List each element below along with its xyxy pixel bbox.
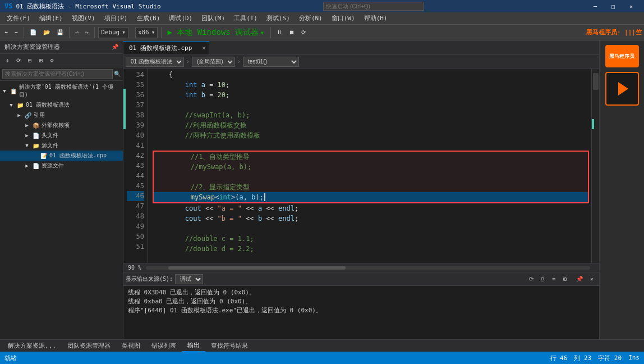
menu-test[interactable]: 测试(S) [262, 13, 295, 24]
toolbar-open[interactable]: 📂 [41, 26, 52, 39]
bottom-tab-solution[interactable]: 解决方案资源... [2, 340, 62, 352]
output-source-dropdown[interactable]: 调试 [175, 274, 203, 284]
toolbar-sep-2 [69, 27, 70, 38]
tree-label-project: 01 函数模板语法 [26, 101, 70, 109]
line-num: 51 [127, 242, 144, 252]
sidebar-pin-button[interactable]: 📌 [112, 44, 118, 50]
line-num: 46 [127, 191, 144, 201]
scroll-thumb [593, 73, 599, 90]
run-button[interactable]: ▶ 本地 Windows 调试器 ▾ [165, 26, 266, 39]
tree-item-maincpp[interactable]: 📝 01 函数模板语法.cpp [0, 151, 123, 161]
tree-item-sources[interactable]: ▼ 📁 源文件 [0, 140, 123, 151]
zoom-level: 90 % [128, 265, 141, 271]
bottom-tab-classview[interactable]: 类视图 [116, 340, 146, 352]
menu-project[interactable]: 项目(P) [100, 13, 132, 24]
output-toolbar-buttons: ⟳ ⎙ ≡ ⊞ [526, 274, 570, 284]
output-btn-2[interactable]: ⎙ [537, 274, 548, 284]
output-close-button[interactable]: ✕ [587, 274, 597, 284]
minimap-indicator [592, 119, 594, 129]
bottom-tab-output[interactable]: 输出 [182, 340, 205, 352]
scope-nav-dropdown[interactable]: (全局范围) [192, 57, 235, 67]
tree-item-headers[interactable]: ▶ 📄 头文件 [0, 130, 123, 140]
output-btn-3[interactable]: ≡ [549, 274, 559, 284]
extdeps-icon: 📦 [33, 122, 39, 129]
menu-help[interactable]: 帮助(H) [360, 13, 392, 24]
sidebar-sync-button[interactable]: ↕ [2, 56, 12, 66]
maximize-button[interactable]: □ [605, 1, 622, 11]
status-bar: 就绪 行 46 列 23 字符 20 Ins [0, 352, 644, 364]
toolbar-back[interactable]: ⬅ [2, 26, 10, 39]
minimize-button[interactable]: ─ [587, 1, 604, 11]
toolbar-btn-3[interactable]: ⟳ [299, 26, 308, 39]
function-nav-dropdown[interactable]: test01() [243, 57, 299, 67]
line-num: 34 [127, 70, 144, 80]
tree-item-refs[interactable]: ▶ 🔗 引用 [0, 110, 123, 120]
code-line-34: { [148, 70, 591, 80]
cpp-icon: 📝 [40, 153, 47, 159]
bottom-tab-team[interactable]: 团队资源管理器 [62, 340, 116, 352]
line-num: 50 [127, 231, 144, 242]
menu-analyze[interactable]: 分析(N) [295, 13, 327, 24]
output-line-3: 程序"[6440] 01 函数模板语法.exe"已退出，返回值为 0 (0x0)… [128, 306, 595, 315]
tree-label-sources: 源文件 [42, 142, 58, 149]
sidebar-filter-button[interactable]: ⊞ [36, 56, 46, 66]
sidebar-collapse-button[interactable]: ⊟ [25, 56, 35, 66]
menu-edit[interactable]: 编辑(E) [35, 13, 67, 24]
file-nav-dropdown[interactable]: 01 函数模板语法 [126, 57, 184, 67]
headers-icon: 📄 [33, 133, 39, 139]
sidebar-search-input[interactable] [2, 69, 113, 79]
bottom-tabs: 解决方案资源... 团队资源管理器 类视图 错误列表 输出 查找符号结果 [0, 339, 644, 352]
tab-close-button[interactable]: × [202, 45, 205, 51]
menu-build[interactable]: 生成(B) [132, 13, 165, 24]
output-btn-1[interactable]: ⟳ [526, 274, 536, 284]
toolbar-redo[interactable]: ↪ [83, 26, 91, 39]
sidebar-refresh-button[interactable]: ⟳ [13, 56, 24, 66]
tree-item-project[interactable]: ▼ 📁 01 函数模板语法 [0, 100, 123, 110]
platform-dropdown[interactable]: x86 ▾ [135, 27, 158, 38]
scrollbar-thumb [168, 266, 346, 270]
line-num: 48 [127, 211, 144, 221]
menu-window[interactable]: 窗口(W) [327, 13, 360, 24]
close-button[interactable]: ✕ [623, 1, 640, 11]
code-line-49 [148, 224, 591, 234]
sidebar-settings-button[interactable]: ⚙ [47, 56, 57, 66]
change-indicator [123, 89, 126, 129]
tree-item-solution[interactable]: ▼ 📋 解决方案'01 函数模板语法'(1 个项目) [0, 82, 123, 100]
code-line-47: cout << "a = " << a << endl ; [148, 203, 591, 213]
output-btn-4[interactable]: ⊞ [560, 274, 570, 284]
output-toolbar: 显示输出来源(S): 调试 ⟳ ⎙ ≡ ⊞ 📌 ✕ [123, 272, 599, 286]
title-search [323, 2, 424, 11]
toolbar-btn-1[interactable]: ⏸ [274, 26, 284, 39]
toolbar-forward[interactable]: ➡ [12, 26, 20, 39]
highlight-block: //1、自动类型推导 //mySwap(a, b); //2、显示指定类型 [153, 151, 589, 203]
menu-team[interactable]: 团队(M) [197, 13, 229, 24]
vs-logo: VS [4, 2, 12, 10]
sidebar-search-icon[interactable]: 🔍 [114, 71, 121, 77]
toolbar-new[interactable]: 📄 [27, 26, 39, 39]
status-line: 行 46 [550, 354, 568, 362]
debug-config-dropdown[interactable]: Debug ▾ [98, 27, 128, 38]
output-pin-button[interactable]: 📌 [574, 274, 585, 284]
status-bar-right: 行 46 列 23 字符 20 Ins [550, 354, 640, 362]
quick-launch-input[interactable] [323, 2, 424, 11]
tab-maincpp[interactable]: 01 函数模板语法.cpp × [123, 41, 209, 54]
horizontal-scrollbar[interactable] [146, 266, 590, 270]
bottom-tab-find[interactable]: 查找符号结果 [205, 340, 254, 352]
bottom-tab-errors[interactable]: 错误列表 [146, 340, 182, 352]
toolbar-undo[interactable]: ↩ [73, 26, 81, 39]
menu-debug[interactable]: 调试(D) [164, 13, 197, 24]
right-panel: 黑马程序员 [599, 40, 644, 339]
tree-item-extdeps[interactable]: ▶ 📦 外部依赖项 [0, 120, 123, 130]
status-ready: 就绪 [4, 354, 17, 362]
toolbar-save[interactable]: 💾 [54, 26, 66, 39]
code-content[interactable]: { int a = 10 ; int b = 20 [148, 69, 591, 263]
tree-item-resources[interactable]: ▶ 📄 资源文件 [0, 161, 123, 171]
menu-file[interactable]: 文件(F) [2, 13, 35, 24]
line-num: 42 [127, 151, 144, 161]
toolbar-btn-2[interactable]: ⏹ [287, 26, 297, 39]
menu-view[interactable]: 视图(V) [67, 13, 100, 24]
play-button-large[interactable] [605, 72, 639, 106]
line-numbers: 34 35 36 37 38 39 40 41 42 43 44 45 46 4… [126, 69, 148, 263]
nav-arrow: › [185, 58, 191, 65]
menu-tools[interactable]: 工具(T) [229, 13, 262, 24]
